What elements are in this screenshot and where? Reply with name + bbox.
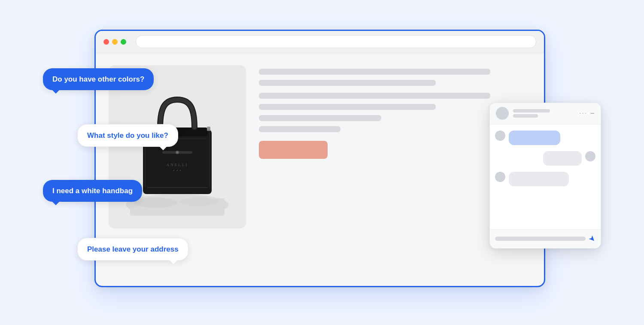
skeleton-price-line [259, 126, 340, 132]
minimize-button-dot[interactable] [112, 39, 118, 45]
skeleton-desc-line-3 [259, 115, 381, 121]
svg-rect-10 [207, 127, 210, 131]
send-icon[interactable]: ➤ [586, 233, 598, 244]
svg-point-17 [179, 197, 218, 206]
skeleton-subtitle-line [259, 80, 436, 86]
chat-bubble-skeleton-1 [509, 131, 560, 145]
svg-text:⬥ ⬥ ⬥: ⬥ ⬥ ⬥ [173, 169, 182, 171]
skeleton-desc-line-2 [259, 104, 436, 110]
more-options-icon[interactable]: ··· [579, 109, 587, 117]
skeleton-title-line [259, 69, 490, 75]
chat-header-info [513, 109, 575, 118]
chat-bubble-skeleton-2 [543, 151, 582, 166]
skeleton-desc-line-1 [259, 93, 490, 99]
chat-message-row-1 [495, 131, 595, 145]
chat-bubble-address: Please leave your address [77, 238, 188, 261]
chat-user-avatar-1 [495, 131, 505, 141]
address-bar[interactable] [136, 35, 536, 48]
chat-user-avatar-2 [585, 151, 595, 161]
chat-avatar [496, 107, 509, 120]
chat-user-avatar-3 [495, 172, 505, 182]
chat-message-row-3 [495, 172, 595, 186]
chat-input-skeleton[interactable] [495, 237, 586, 241]
scene: ANELLI ⬥ ⬥ ⬥ [43, 17, 601, 309]
chat-panel: ··· − ➤ [489, 103, 601, 249]
svg-point-8 [176, 152, 178, 153]
chat-panel-footer: ➤ [490, 229, 601, 248]
close-button-dot[interactable] [103, 39, 109, 45]
chat-header-name-skeleton [513, 109, 550, 112]
chat-bubble-white-handbag: I need a white handbag [43, 180, 142, 202]
svg-point-16 [134, 197, 177, 208]
chat-bubble-style: What style do you like? [77, 124, 178, 147]
skeleton-add-to-cart-button[interactable] [259, 141, 328, 159]
traffic-lights [103, 39, 126, 45]
chat-bubble-colors: Do you have other colors? [43, 68, 154, 91]
chat-header-actions: ··· − [579, 109, 595, 118]
chat-bubble-skeleton-3 [509, 172, 569, 186]
maximize-button-dot[interactable] [121, 39, 126, 45]
chat-header-status-skeleton [513, 114, 538, 118]
chat-panel-header: ··· − [490, 103, 601, 125]
browser-titlebar [96, 31, 544, 53]
svg-text:ANELLI: ANELLI [167, 163, 188, 167]
minimize-icon[interactable]: − [590, 109, 595, 118]
chat-message-row-2 [495, 151, 595, 166]
chat-body [490, 125, 601, 192]
